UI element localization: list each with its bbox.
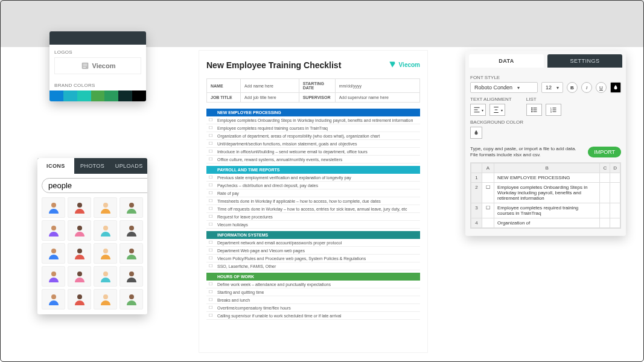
grid-cell[interactable] [610,203,620,218]
icon-person[interactable] [68,243,91,264]
checklist-row[interactable]: ☐Office culture, reward systems, annual/… [206,156,420,164]
checklist-row[interactable]: ☐Viecom Policy/Rules and Procedure web p… [206,255,420,262]
tab-photos[interactable]: PHOTOS [74,158,111,174]
grid-column-header[interactable]: C [600,163,610,173]
grid-row[interactable]: 4Organization of [471,218,620,227]
checkbox-icon[interactable]: ☐ [206,297,215,302]
checkbox-icon[interactable]: ☐ [206,183,215,188]
checklist-row[interactable]: ☐Department network and email account/pa… [206,239,420,247]
import-button[interactable]: IMPORT [588,147,621,157]
color-swatch[interactable] [49,91,63,101]
icon-person[interactable] [68,266,91,287]
grid-cell[interactable]: ☐ [482,203,494,218]
grid-cell[interactable] [610,218,620,227]
data-grid[interactable]: ABCD 1NEW EMPLOYEE PROCESSING2☐Employee … [471,163,620,228]
supervisor-value[interactable]: Add supervisor name here [335,93,419,103]
icon-person[interactable] [120,243,143,264]
checklist-row[interactable]: ☐Introduce in office/unit/building – sen… [206,148,420,156]
bg-color-button[interactable] [470,127,482,139]
color-swatch[interactable] [63,91,77,101]
checkbox-icon[interactable]: ☐ [206,149,215,154]
icon-person[interactable] [42,266,65,287]
font-family-select[interactable]: Roboto Conden [470,82,538,93]
grid-row[interactable]: 1NEW EMPLOYEE PROCESSING [471,173,620,182]
checkbox-icon[interactable]: ☐ [206,157,215,162]
grid-cell[interactable] [600,218,610,227]
logo-preview[interactable]: Viecom [54,57,141,74]
tab-data[interactable]: DATA [469,54,544,68]
icon-person[interactable] [94,220,117,241]
font-size-select[interactable]: 12 [541,82,563,93]
color-swatch[interactable] [91,91,105,101]
tab-icons[interactable]: ICONS [37,158,74,174]
checkbox-icon[interactable]: ☐ [206,118,215,122]
name-value[interactable]: Add name here [241,79,299,93]
checklist-row[interactable]: ☐Calling supervisor if unable to work sc… [206,312,420,320]
icon-person[interactable] [120,220,143,241]
document-canvas[interactable]: New Employee Training Checklist Viecom N… [199,51,427,352]
grid-cell[interactable] [610,173,620,182]
grid-cell[interactable]: Organization of [494,218,600,227]
checklist-row[interactable]: ☐Previous state employment verification … [206,174,420,182]
checklist-row[interactable]: ☐Organization of department, areas of re… [206,132,420,140]
checkbox-icon[interactable]: ☐ [206,305,215,310]
icon-person[interactable] [94,289,117,310]
checklist-row[interactable]: ☐Rate of pay [206,189,420,197]
underline-button[interactable]: U [596,82,607,93]
checkbox-icon[interactable]: ☐ [206,290,215,294]
checkbox-icon[interactable]: ☐ [206,175,215,180]
checkbox-icon[interactable]: ☐ [206,248,215,253]
grid-cell[interactable]: Employee completes Onboarding Steps in W… [494,182,600,203]
tab-uploads[interactable]: UPLOADS [110,158,147,174]
checklist-row[interactable]: ☐Viecom holidays [206,221,420,229]
startdate-value[interactable]: mm/dd/yyyy [335,79,419,93]
grid-cell[interactable]: NEW EMPLOYEE PROCESSING [494,173,600,182]
text-color-button[interactable] [610,82,621,93]
checkbox-icon[interactable]: ☐ [206,198,215,203]
checkbox-icon[interactable]: ☐ [206,214,215,219]
checklist-row[interactable]: ☐Time off requests done in Workday – how… [206,205,420,213]
grid-cell[interactable] [482,218,494,227]
checklist-row[interactable]: ☐Paychecks – distribution and direct dep… [206,182,420,189]
checklist-row[interactable]: ☐Employee completes Onboarding Steps in … [206,116,420,124]
icon-person[interactable] [68,289,91,310]
checklist-row[interactable]: ☐Breaks and lunch [206,296,420,304]
checklist-row[interactable]: ☐Starting and quitting time [206,288,420,296]
checklist-row[interactable]: ☐Unit/department/section functions, miss… [206,140,420,148]
icon-person[interactable] [68,220,91,241]
checkbox-icon[interactable]: ☐ [206,282,215,287]
color-swatch[interactable] [104,91,118,101]
icon-person[interactable] [42,289,65,310]
icon-person[interactable] [68,197,91,218]
checklist-row[interactable]: ☐Request for leave procedures [206,213,420,221]
grid-cell[interactable] [600,203,610,218]
grid-row[interactable]: 3☐Employee completes required training c… [471,203,620,218]
grid-column-header[interactable]: A [482,163,494,173]
bullet-list-button[interactable] [526,104,542,116]
checkbox-icon[interactable]: ☐ [206,206,215,211]
bold-button[interactable]: B [567,82,578,93]
align-vertical-button[interactable] [489,104,505,116]
checkbox-icon[interactable]: ☐ [206,141,215,146]
align-horizontal-button[interactable] [470,104,486,116]
checklist-row[interactable]: ☐Define work week – attendance and punct… [206,281,420,288]
grid-cell[interactable]: ☐ [482,182,494,203]
grid-cell[interactable] [482,173,494,182]
data-grid-scroll[interactable]: ABCD 1NEW EMPLOYEE PROCESSING2☐Employee … [470,162,621,229]
checklist-row[interactable]: ☐SSO, Laserfiche, FAMIS, Other [206,262,420,270]
checkbox-icon[interactable]: ☐ [206,133,215,138]
checkbox-icon[interactable]: ☐ [206,264,215,268]
search-input[interactable] [42,178,147,193]
icon-person[interactable] [120,289,143,310]
grid-cell[interactable]: Employee completes required training cou… [494,203,600,218]
grid-column-header[interactable]: B [494,163,600,173]
icon-person[interactable] [120,197,143,218]
icon-person[interactable] [94,266,117,287]
checkbox-icon[interactable]: ☐ [206,240,215,245]
grid-cell[interactable] [600,182,610,203]
jobtitle-value[interactable]: Add job title here [241,93,299,103]
grid-cell[interactable] [610,182,620,203]
grid-cell[interactable] [600,173,610,182]
icon-person[interactable] [42,243,65,264]
icon-person[interactable] [94,243,117,264]
